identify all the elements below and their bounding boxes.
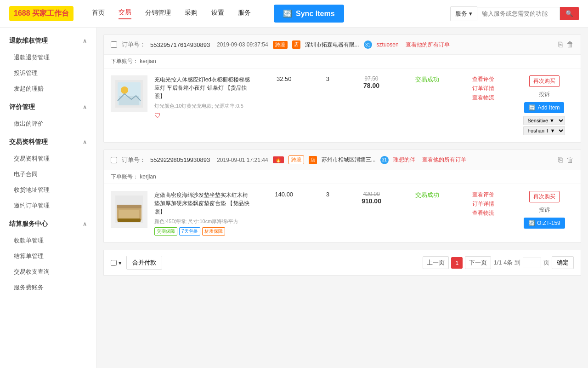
logistics-link-1[interactable]: 查看物流	[459, 94, 508, 102]
sidebar-item-invite-order[interactable]: 邀约订单管理	[0, 198, 96, 213]
status-label-2: 交易成功	[403, 191, 452, 199]
sidebar-item-trade-query[interactable]: 交易收支查询	[0, 264, 96, 280]
sensitive-dropdown[interactable]: Sensitive ▼	[523, 116, 565, 125]
sidebar-item-receipt[interactable]: 收款单管理	[0, 233, 96, 248]
delete-icon[interactable]: 🗑	[566, 40, 574, 49]
chevron-down-icon-pagination[interactable]: ▾	[119, 259, 122, 266]
price-actual-2: 910.00	[347, 197, 396, 205]
order-header-1: 订单号： 553295717614930893 2019-09-03 09:37…	[104, 35, 581, 55]
sidebar-item-settlement[interactable]: 结算单管理	[0, 248, 96, 264]
search-input[interactable]	[477, 7, 560, 20]
order-detail-link-2[interactable]: 订单详情	[459, 200, 508, 208]
sidebar-section-label: 评价管理	[9, 103, 35, 111]
sidebar-item-service-fee[interactable]: 服务费账务	[0, 280, 96, 295]
page-nav: 上一页 1 下一页 1/1 4条 到 页 确定	[423, 256, 574, 269]
sidebar-section-title-refund[interactable]: 退款维权管理 ∧	[0, 32, 96, 50]
view-seller-orders-2[interactable]: 查看他的所有订单	[422, 156, 466, 164]
foshan-dropdown[interactable]: Foshan T ▼	[523, 126, 565, 135]
search-service-dropdown[interactable]: 服务 ▾	[450, 6, 477, 21]
complain-link-1[interactable]: 投诉	[539, 91, 550, 98]
sidebar-section-title-review[interactable]: 评价管理 ∧	[0, 98, 96, 116]
nav-home[interactable]: 首页	[92, 9, 105, 19]
sidebar-section-title-billing[interactable]: 结算服务中心 ∧	[0, 215, 96, 233]
seller-level-1: 31	[364, 40, 372, 49]
chevron-down-icon: ▾	[469, 10, 472, 17]
order-id-label-2: 订单号：	[122, 156, 146, 164]
sidebar-item-trade-data[interactable]: 交易资料管理	[0, 151, 96, 167]
page-jump-input[interactable]	[523, 258, 541, 268]
sidebar-item-claim[interactable]: 发起的理赔	[0, 81, 96, 97]
qty-value-1: 3	[326, 75, 329, 82]
review-link-1[interactable]: 查看评价	[459, 75, 508, 83]
add-item-button-1[interactable]: 🔄 Add Item	[524, 102, 564, 113]
sidebar-item-refund-manage[interactable]: 退款退货管理	[0, 50, 96, 65]
sidebar-section-billing: 结算服务中心 ∧ 收款单管理 结算单管理 交易收支查询 服务费账务	[0, 215, 96, 295]
price-original-2: 420.00	[347, 191, 396, 197]
product-name-1[interactable]: 充电光控人体感应灯led衣柜橱柜楼梯感应灯 车后备箱小夜灯 铝条灯 【货品快照】	[154, 75, 253, 100]
header: 1688 买家工作台 首页 交易 分销管理 采购 设置 服务 🔄 Sync It…	[0, 0, 588, 28]
order-actions-2: ⎘ 🗑	[558, 156, 574, 164]
pagination-checkbox-area: ▾	[111, 259, 122, 266]
logistics-link-2[interactable]: 查看物流	[459, 209, 508, 217]
sidebar-section-title-trade-info[interactable]: 交易资料管理 ∧	[0, 133, 96, 151]
sync-items-button[interactable]: 🔄 Sync Items	[274, 5, 344, 23]
price-value-1: 32.50	[277, 75, 292, 82]
cross-border-tag-1: 跨境	[273, 41, 288, 49]
sidebar-item-address[interactable]: 收货地址管理	[0, 182, 96, 198]
page-total-info: 1/1 4条 到	[493, 259, 520, 267]
price-actual-1: 78.00	[347, 82, 396, 89]
nav-distribution[interactable]: 分销管理	[145, 9, 171, 19]
order-item-1: 充电光控人体感应灯led衣柜橱柜楼梯感应灯 车后备箱小夜灯 铝条灯 【货品快照】…	[104, 69, 581, 142]
account-value-1: kerjian	[140, 58, 156, 64]
order-card-1: 订单号： 553295717614930893 2019-09-03 09:37…	[103, 34, 581, 143]
store-name-2: 苏州市相城区渭塘三...	[322, 156, 376, 164]
account-value-2: kerjian	[140, 173, 156, 180]
view-seller-orders-1[interactable]: 查看他的所有订单	[406, 41, 450, 49]
nav-trade[interactable]: 交易	[119, 8, 131, 19]
product-name-2[interactable]: 定做高密度海绵沙发垫坐垫实木红木椅垫加厚加硬床垫飘窗垫窗台垫 【货品快照】	[154, 191, 253, 216]
svg-rect-7	[119, 210, 139, 218]
copy-icon[interactable]: ⎘	[558, 40, 563, 49]
store-name-1: 深圳市拓森电器有限...	[305, 41, 359, 49]
sidebar-item-complaint[interactable]: 投诉管理	[0, 65, 96, 81]
seller-name-2[interactable]: 理想的伴	[393, 156, 415, 164]
current-page-button[interactable]: 1	[451, 257, 463, 269]
badge-exchange: 7天包换	[179, 227, 200, 236]
col-total-2: 420.00 910.00	[347, 191, 396, 205]
merge-payment-button[interactable]: 合并付款	[126, 256, 162, 270]
nav-services[interactable]: 服务	[238, 9, 251, 19]
seller-name-1[interactable]: sztuosen	[377, 41, 399, 48]
add-item-label: Add Item	[537, 104, 560, 111]
col-status-2: 交易成功	[403, 191, 452, 199]
next-page-button[interactable]: 下一页	[465, 256, 491, 269]
logo: 1688 买家工作台	[9, 6, 74, 21]
order-id-label: 订单号：	[122, 40, 146, 49]
sidebar-item-my-review[interactable]: 做出的评价	[0, 116, 96, 132]
order-subheader-2: 下单账号： kerjian	[104, 170, 581, 184]
col-status-1: 交易成功	[403, 75, 452, 84]
rebuy-button-2[interactable]: 再次购买	[529, 191, 560, 202]
sidebar-section-label: 交易资料管理	[9, 138, 48, 146]
order-checkbox-2[interactable]	[111, 157, 117, 163]
review-link-2[interactable]: 查看评价	[459, 191, 508, 199]
search-button[interactable]: 🔍	[560, 7, 579, 20]
select-all-checkbox[interactable]	[111, 260, 117, 266]
prev-page-button[interactable]: 上一页	[423, 256, 449, 269]
product-spec-2: 颜色:45D海绵; 尺寸:10cm厚海绵/平方	[154, 218, 253, 225]
delete-icon-2[interactable]: 🗑	[566, 156, 574, 164]
nav-settings[interactable]: 设置	[211, 9, 224, 19]
order-id-tag-label: O:ZT-159	[537, 220, 560, 226]
nav-purchase[interactable]: 采购	[185, 9, 198, 19]
chevron-up-icon: ∧	[83, 221, 87, 227]
order-id-2: 552922980519930893	[150, 156, 210, 163]
order-checkbox-1[interactable]	[111, 41, 117, 48]
complain-link-2[interactable]: 投诉	[539, 206, 550, 214]
sidebar-item-contract[interactable]: 电子合同	[0, 167, 96, 182]
order-detail-link-1[interactable]: 订单详情	[459, 85, 508, 92]
copy-icon-2[interactable]: ⎘	[558, 156, 563, 164]
page-confirm-button[interactable]: 确定	[552, 256, 574, 269]
add-item-tag-2[interactable]: 🔄 O:ZT-159	[524, 218, 565, 229]
logo-text: 1688 买家工作台	[14, 9, 69, 17]
rebuy-button-1[interactable]: 再次购买	[529, 75, 560, 87]
col-qty-2: 3	[316, 191, 340, 198]
